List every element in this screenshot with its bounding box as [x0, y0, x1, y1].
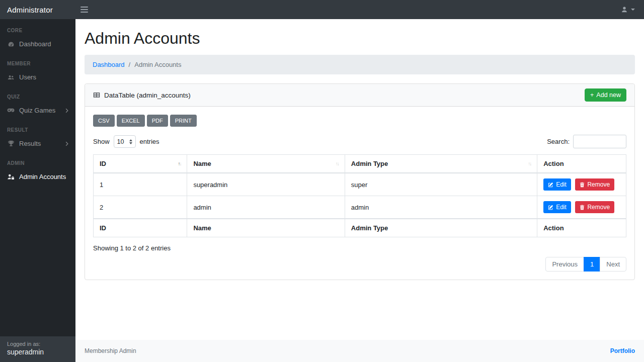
table-header-row: ID ↑↓ Name ↑↓ Admin Type ↑↓: [94, 155, 626, 173]
card-header: DataTable (admin_accounts) + Add new: [85, 84, 634, 107]
sort-icon[interactable]: ↑↓: [528, 161, 531, 166]
footer-header-action: Action: [537, 219, 626, 237]
chevron-right-icon: [65, 108, 68, 113]
chevron-right-icon: [65, 141, 68, 146]
pencil-square-icon: [548, 182, 553, 188]
page-length-value: 10: [117, 138, 124, 145]
table-footer-row: ID Name Admin Type Action: [94, 219, 626, 237]
sidebar-item-dashboard[interactable]: Dashboard: [0, 36, 75, 52]
sidebar-item-label: Quiz Games: [19, 107, 55, 114]
plus-icon: +: [590, 92, 594, 99]
export-print-button[interactable]: PRINT: [170, 115, 197, 127]
cell-action: Edit Remove: [537, 173, 626, 196]
datatable-card: DataTable (admin_accounts) + Add new CSV…: [85, 83, 635, 280]
export-pdf-button[interactable]: PDF: [147, 115, 168, 127]
edit-button[interactable]: Edit: [543, 201, 571, 213]
gamepad-icon: [7, 107, 15, 114]
sort-icon[interactable]: ↑↓: [336, 161, 339, 166]
page-footer: Membership Admin Portfolio: [75, 340, 644, 362]
pagination-next-button[interactable]: Next: [600, 257, 626, 272]
card-title: DataTable (admin_accounts): [93, 92, 191, 99]
footer-header-admin-type: Admin Type: [345, 219, 537, 237]
column-header-action: Action: [537, 155, 626, 173]
user-icon: [621, 6, 628, 13]
breadcrumb-link-dashboard[interactable]: Dashboard: [93, 61, 125, 68]
table-row: 1 superadmin super Edit: [94, 173, 626, 196]
sidebar-heading-result: RESULT: [0, 119, 75, 135]
tachometer-icon: [7, 41, 15, 48]
portfolio-link[interactable]: Portfolio: [610, 347, 635, 354]
remove-button[interactable]: Remove: [575, 201, 614, 213]
export-excel-button[interactable]: EXCEL: [117, 115, 145, 127]
sidebar-footer: Logged in as: superadmin: [0, 336, 75, 362]
table-info: Showing 1 to 2 of 2 entries: [93, 244, 626, 252]
sidebar-item-quiz-games[interactable]: Quiz Games: [0, 102, 75, 119]
cell-id: 2: [94, 196, 187, 219]
export-csv-button[interactable]: CSV: [93, 115, 115, 127]
column-header-id[interactable]: ID ↑↓: [94, 155, 187, 173]
cell-name: admin: [187, 196, 345, 219]
sidebar-item-label: Dashboard: [19, 40, 51, 48]
breadcrumb: Dashboard / Admin Accounts: [85, 55, 635, 74]
show-label: Show: [93, 138, 110, 145]
sidebar-nav: CORE Dashboard MEMBER Users QUIZ Quiz Ga: [0, 19, 75, 336]
cell-id: 1: [94, 173, 187, 196]
pagination-page-1-button[interactable]: 1: [584, 257, 600, 272]
page-title: Admin Accounts: [85, 29, 635, 48]
remove-button[interactable]: Remove: [575, 178, 614, 191]
pagination: Previous 1 Next: [93, 257, 626, 272]
search-input[interactable]: [573, 135, 626, 148]
sidebar-heading-quiz: QUIZ: [0, 85, 75, 102]
column-header-admin-type[interactable]: Admin Type ↑↓: [345, 155, 537, 173]
edit-button[interactable]: Edit: [543, 178, 571, 191]
cell-action: Edit Remove: [537, 196, 626, 219]
cell-name: superadmin: [187, 173, 345, 196]
trash-icon: [580, 205, 585, 210]
logged-in-username: superadmin: [7, 348, 68, 356]
sidebar-item-admin-accounts[interactable]: Admin Accounts: [0, 168, 75, 185]
search-label: Search:: [547, 138, 570, 145]
table-icon: [93, 92, 100, 99]
card-title-text: DataTable (admin_accounts): [104, 92, 191, 99]
top-navbar: Administrator: [0, 0, 644, 19]
sidebar-heading-admin: ADMIN: [0, 152, 75, 168]
logged-in-label: Logged in as:: [7, 341, 68, 347]
main-content: Admin Accounts Dashboard / Admin Account…: [75, 19, 644, 362]
footer-header-id: ID: [94, 219, 187, 237]
admin-accounts-table: ID ↑↓ Name ↑↓ Admin Type ↑↓: [93, 154, 626, 237]
column-header-name[interactable]: Name ↑↓: [187, 155, 345, 173]
hamburger-icon: [80, 7, 88, 8]
sort-icon[interactable]: ↑↓: [178, 161, 181, 166]
sidebar-heading-member: MEMBER: [0, 52, 75, 69]
footer-text: Membership Admin: [85, 347, 136, 354]
sidebar-item-results[interactable]: Results: [0, 135, 75, 152]
cell-admin-type: super: [345, 173, 537, 196]
sidebar-item-label: Users: [19, 73, 36, 81]
sidebar-item-label: Admin Accounts: [19, 173, 66, 180]
add-new-button[interactable]: + Add new: [585, 88, 626, 102]
app-brand[interactable]: Administrator: [0, 6, 75, 14]
cell-admin-type: admin: [345, 196, 537, 219]
trophy-icon: [7, 140, 15, 147]
table-row: 2 admin admin Edit: [94, 196, 626, 219]
pagination-previous-button[interactable]: Previous: [545, 257, 584, 272]
entries-label: entries: [140, 138, 159, 145]
users-icon: [7, 74, 15, 81]
pencil-square-icon: [548, 205, 553, 210]
table-controls: Show 10 entries Search:: [93, 135, 626, 148]
caret-down-icon: [631, 9, 635, 11]
user-dropdown[interactable]: [621, 6, 644, 13]
select-arrows-icon: [129, 139, 132, 144]
footer-header-name: Name: [187, 219, 345, 237]
breadcrumb-separator: /: [129, 61, 131, 68]
sidebar-item-label: Results: [19, 140, 41, 147]
user-lock-icon: [7, 173, 15, 180]
sidebar-toggle-button[interactable]: [76, 2, 92, 17]
sidebar: CORE Dashboard MEMBER Users QUIZ Quiz Ga: [0, 19, 75, 362]
trash-icon: [580, 182, 585, 188]
export-buttons: CSV EXCEL PDF PRINT: [93, 115, 626, 127]
sidebar-item-users[interactable]: Users: [0, 69, 75, 85]
page-length-select[interactable]: 10: [114, 135, 136, 148]
card-body: CSV EXCEL PDF PRINT Show 10 entries: [85, 107, 634, 280]
breadcrumb-current: Admin Accounts: [134, 61, 181, 68]
